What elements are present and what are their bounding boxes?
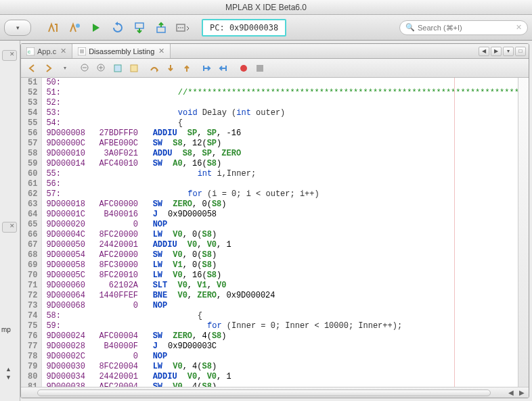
- tab-scroll-right-icon[interactable]: ▶: [491, 47, 502, 56]
- svg-rect-1: [135, 23, 143, 28]
- code-content: 9D000018 AFC00000 SW ZERO, 0(S8): [42, 199, 529, 210]
- code-line[interactable]: 6055: int i,Inner;: [21, 169, 529, 179]
- code-line[interactable]: 5453: void Delay (int outer): [21, 108, 529, 118]
- line-number: 56: [21, 128, 42, 139]
- svg-rect-18: [114, 65, 121, 72]
- config-dropdown[interactable]: ▾: [4, 20, 31, 36]
- code-line[interactable]: 709D00005C 8FC20010 LW V0, 16(S8): [21, 270, 529, 281]
- code-line[interactable]: 679D000050 24420001 ADDIU V0, V0, 1: [21, 240, 529, 250]
- breakpoint-icon[interactable]: [236, 62, 251, 75]
- code-line[interactable]: 809D000034 24420001 ADDIU V0, V0, 1: [21, 372, 529, 382]
- tab-label: Disassembly Listing: [89, 47, 154, 55]
- step-into-icon[interactable]: [163, 62, 178, 75]
- main-toolbar: ▾ PC: 0x9D000038 🔍 ✕: [0, 15, 532, 41]
- code-content: 9D000034 24420001 ADDIU V0, V0, 1: [42, 372, 529, 382]
- zoom-out-icon[interactable]: [78, 62, 93, 75]
- code-line[interactable]: 799D000030 8FC20004 LW V0, 4(S8): [21, 362, 529, 372]
- vertical-scrollbar[interactable]: [518, 78, 529, 387]
- run-to-cursor-icon[interactable]: [200, 62, 215, 75]
- search-field[interactable]: 🔍 ✕: [399, 20, 528, 35]
- close-icon[interactable]: ✕: [60, 47, 66, 55]
- step-over-icon[interactable]: [147, 62, 162, 75]
- nav-back-icon[interactable]: [25, 62, 40, 75]
- code-line[interactable]: 669D00004C 8FC20000 LW V0, 0(S8): [21, 230, 529, 240]
- svg-point-6: [182, 27, 183, 28]
- code-line[interactable]: 7559: for (Inner = 0; Inner < 10000; Inn…: [21, 321, 529, 331]
- code-line[interactable]: 739D000068 0 NOP: [21, 301, 529, 311]
- step-out-icon[interactable]: [179, 62, 194, 75]
- code-line[interactable]: 5352:: [21, 98, 529, 108]
- code-line[interactable]: 779D000028 B40000F J 0x9D00003C: [21, 341, 529, 352]
- code-line[interactable]: 5150:: [21, 78, 529, 88]
- line-number: 70: [21, 270, 42, 281]
- code-line[interactable]: 699D000058 8FC30000 LW V1, 0(S8): [21, 260, 529, 270]
- code-line[interactable]: 579D00000C AFBE000C SW S8, 12(SP): [21, 139, 529, 149]
- nav-fwd-icon[interactable]: [41, 62, 56, 75]
- tab-maximize-icon[interactable]: □: [515, 47, 526, 56]
- line-number: 60: [21, 169, 42, 179]
- code-line[interactable]: 7458: {: [21, 311, 529, 321]
- svg-point-4: [178, 27, 179, 28]
- build-icon[interactable]: [43, 18, 62, 37]
- clear-search-icon[interactable]: ✕: [516, 23, 522, 32]
- code-content: 53: void Delay (int outer): [42, 108, 529, 118]
- code-line[interactable]: 639D000018 AFC00000 SW ZERO, 0(S8): [21, 199, 529, 210]
- tab-list-icon[interactable]: ▾: [503, 47, 514, 56]
- tab-controls: ◀ ▶ ▾ □: [479, 44, 529, 58]
- line-number: 81: [21, 382, 42, 387]
- run-icon[interactable]: [87, 18, 106, 37]
- line-number: 63: [21, 199, 42, 210]
- code-line[interactable]: 689D000054 AFC20000 SW V0, 0(S8): [21, 250, 529, 260]
- sidebar-scroll-arrows[interactable]: ▲▼: [5, 366, 12, 381]
- highlight-icon[interactable]: [110, 62, 125, 75]
- svg-rect-21: [257, 65, 263, 72]
- sidebar-label: mp: [1, 326, 11, 333]
- tab-scroll-left-icon[interactable]: ◀: [479, 47, 489, 56]
- code-line[interactable]: 599D000014 AFC40010 SW A0, 16(S8): [21, 159, 529, 169]
- code-content: 54: {: [42, 118, 529, 128]
- code-line[interactable]: 729D000064 1440FFEF BNE V0, ZERO, 0x9D00…: [21, 291, 529, 301]
- code-content: 9D000014 AFC40010 SW A0, 16(S8): [42, 159, 529, 169]
- search-input[interactable]: [418, 24, 513, 32]
- code-line[interactable]: 719D000060 62102A SLT V0, V1, V0: [21, 281, 529, 291]
- code-line[interactable]: 819D000038 AFC20004 SW V0, 4(S8): [21, 382, 529, 387]
- horizontal-scrollbar[interactable]: ◀ ▶: [21, 387, 529, 398]
- left-sidebar: ✕ ✕ mp ▲▼: [0, 41, 20, 401]
- code-line[interactable]: 5251: //********************************…: [21, 88, 529, 98]
- code-content: 9D000024 AFC00004 SW ZERO, 4(S8): [42, 331, 529, 341]
- clean-build-icon[interactable]: [65, 18, 84, 37]
- stop-icon[interactable]: [252, 62, 267, 75]
- code-line[interactable]: 569D000008 27BDFFF0 ADDIU SP, SP, -16: [21, 128, 529, 139]
- code-line[interactable]: 589D000010 3A0F021 ADDU S8, SP, ZERO: [21, 149, 529, 159]
- disassembly-view[interactable]: 5150:5251: //***************************…: [21, 78, 529, 387]
- svg-point-5: [180, 27, 181, 28]
- close-icon[interactable]: ✕: [158, 47, 164, 55]
- set-pc-icon[interactable]: [216, 62, 231, 75]
- line-number: 57: [21, 139, 42, 149]
- search-icon: 🔍: [405, 23, 415, 32]
- code-content: 9D000058 8FC30000 LW V1, 0(S8): [42, 260, 529, 270]
- zoom-in-icon[interactable]: [94, 62, 109, 75]
- mark-icon[interactable]: [127, 62, 141, 75]
- code-line[interactable]: 789D00002C 0 NOP: [21, 352, 529, 362]
- nav-dropdown-icon[interactable]: ▾: [58, 62, 72, 75]
- code-line[interactable]: 6156:: [21, 179, 529, 189]
- code-content: 9D000010 3A0F021 ADDU S8, SP, ZERO: [42, 149, 529, 159]
- code-content: 9D00005C 8FC20010 LW V0, 16(S8): [42, 270, 529, 281]
- code-content: 55: int i,Inner;: [42, 169, 529, 179]
- sidebar-badge-2[interactable]: ✕: [2, 222, 17, 233]
- tab-disassembly[interactable]: Disassembly Listing ✕: [72, 44, 171, 58]
- sidebar-badge-1[interactable]: ✕: [2, 50, 17, 61]
- code-line[interactable]: 6257: for (i = 0; i < outer; i++): [21, 189, 529, 199]
- tab-app-c[interactable]: c App.c ✕: [21, 44, 72, 58]
- code-line[interactable]: 769D000024 AFC00004 SW ZERO, 4(S8): [21, 331, 529, 341]
- code-line[interactable]: 5554: {: [21, 118, 529, 128]
- upload-icon[interactable]: [152, 18, 171, 37]
- hscroll-right-icon[interactable]: ▶: [518, 389, 526, 396]
- reset-icon[interactable]: [108, 18, 127, 37]
- code-line[interactable]: 659D000020 0 NOP: [21, 220, 529, 230]
- debug-dropdown-icon[interactable]: [173, 18, 192, 37]
- code-line[interactable]: 649D00001C B400016 J 0x9D000058: [21, 210, 529, 220]
- download-icon[interactable]: [130, 18, 149, 37]
- hscroll-left-icon[interactable]: ◀: [507, 389, 515, 396]
